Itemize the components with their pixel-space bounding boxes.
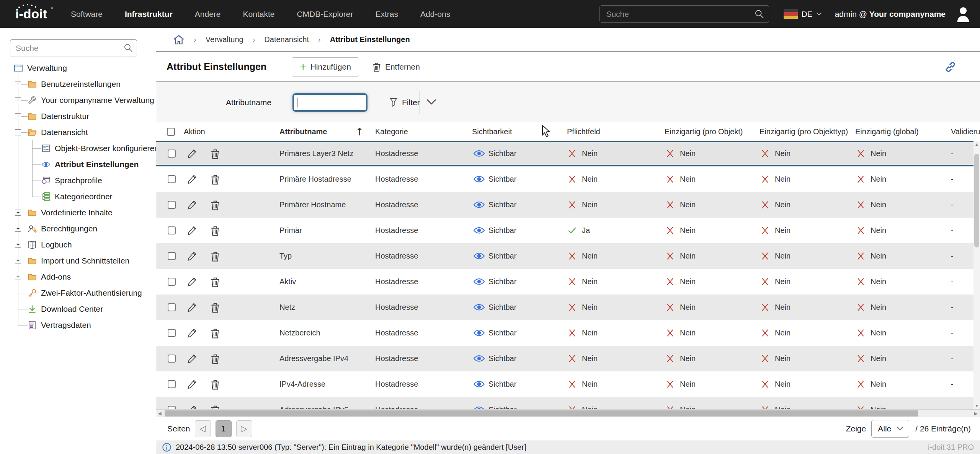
sidebar-item-benutzereinstellungen[interactable]: +Benutzereinstellungen	[0, 76, 156, 92]
tree-expander-icon[interactable]: +	[15, 210, 21, 216]
vertical-scrollbar-thumb[interactable]	[974, 154, 979, 247]
column-header-einzigartig-objekttyp[interactable]: Einzigartig (pro Objekttyp)	[760, 122, 848, 141]
edit-icon[interactable]	[187, 328, 197, 338]
sort-ascending-icon[interactable]: ↑	[355, 122, 364, 141]
add-button[interactable]: + Hinzufügen	[292, 57, 359, 76]
column-header-attributname[interactable]: Attributname	[279, 122, 327, 141]
scroll-down-arrow-icon[interactable]: ▼	[973, 402, 980, 409]
table-row[interactable]: NetzHostadresseSichtbarNeinNeinNeinNein-	[156, 295, 980, 320]
edit-icon[interactable]	[187, 148, 197, 159]
sidebar-item-logbuch[interactable]: +Logbuch	[0, 237, 156, 253]
horizontal-scrollbar[interactable]: ◀ ▶	[156, 409, 980, 417]
column-header-pflichtfeld[interactable]: Pflichtfeld	[567, 122, 600, 141]
delete-icon[interactable]	[210, 353, 220, 364]
table-row[interactable]: PrimärHostadresseSichtbarJaNeinNeinNein-	[156, 218, 980, 243]
column-header-validierung[interactable]: Validierung	[951, 122, 980, 141]
home-icon[interactable]	[173, 34, 185, 45]
table-row[interactable]: Primärer HostnameHostadresseSichtbarNein…	[156, 192, 980, 218]
vertical-scrollbar[interactable]: ▲ ▼	[973, 141, 980, 409]
search-icon[interactable]	[754, 9, 764, 19]
delete-icon[interactable]	[210, 328, 220, 338]
row-checkbox[interactable]	[168, 201, 176, 209]
edit-icon[interactable]	[187, 379, 197, 390]
next-page-button[interactable]: ▷	[236, 420, 252, 437]
row-checkbox[interactable]	[168, 380, 176, 388]
edit-icon[interactable]	[187, 405, 197, 410]
row-checkbox[interactable]	[168, 406, 176, 409]
sidebar-item-import-und-schnittstellen[interactable]: +Import und Schnittstellen	[0, 253, 156, 269]
filter-expand-chevron-icon[interactable]	[426, 97, 436, 107]
column-header-einzigartig-global[interactable]: Einzigartig (global)	[855, 122, 919, 141]
tree-expander-icon[interactable]: −	[15, 129, 21, 135]
user-menu[interactable]: admin @ Your companyname	[835, 10, 946, 19]
table-row[interactable]: Adressvergabe IPv6HostadresseSichtbarNei…	[156, 397, 980, 409]
nav-item-andere[interactable]: Andere	[195, 10, 221, 19]
attribute-name-input[interactable]	[292, 93, 368, 112]
nav-item-kontakte[interactable]: Kontakte	[243, 10, 275, 19]
row-checkbox[interactable]	[168, 252, 176, 260]
tree-expander-icon[interactable]: +	[15, 113, 21, 119]
delete-icon[interactable]	[210, 405, 220, 410]
breadcrumb-item-verwaltung[interactable]: Verwaltung	[206, 35, 243, 44]
sidebar-item-zwei-faktor-authentisierung[interactable]: Zwei-Faktor-Authentisierung	[0, 285, 156, 301]
tree-expander-icon[interactable]: +	[15, 97, 21, 103]
avatar-icon[interactable]	[956, 6, 971, 22]
sidebar-item-add-ons[interactable]: +Add-ons	[0, 269, 156, 285]
edit-icon[interactable]	[187, 277, 197, 287]
sidebar-item-your-companyname-verwaltung[interactable]: +Your companyname Verwaltung	[0, 92, 156, 108]
column-header-sichtbarkeit[interactable]: Sichtbarkeit	[472, 122, 512, 141]
table-row[interactable]: Primäres Layer3 NetzHostadresseSichtbarN…	[156, 141, 980, 166]
edit-icon[interactable]	[187, 174, 197, 185]
horizontal-scrollbar-thumb[interactable]	[165, 410, 918, 417]
delete-icon[interactable]	[210, 148, 220, 159]
row-checkbox[interactable]	[168, 278, 176, 286]
select-all-checkbox[interactable]	[167, 128, 175, 136]
scroll-left-arrow-icon[interactable]: ◀	[156, 410, 163, 417]
delete-icon[interactable]	[210, 379, 220, 390]
row-checkbox[interactable]	[168, 226, 176, 234]
language-switcher[interactable]: DE	[784, 9, 822, 19]
tree-expander-icon[interactable]: +	[15, 274, 21, 280]
sidebar-item-download-center[interactable]: Download Center	[0, 301, 156, 317]
tree-expander-icon[interactable]: +	[15, 81, 21, 87]
sidebar-item-kategorieordner[interactable]: Kategorieordner	[0, 189, 156, 205]
tree-expander-icon[interactable]: +	[15, 258, 21, 264]
edit-icon[interactable]	[187, 225, 197, 236]
delete-icon[interactable]	[210, 200, 220, 210]
delete-icon[interactable]	[210, 225, 220, 236]
table-row[interactable]: NetzbereichHostadresseSichtbarNeinNeinNe…	[156, 320, 980, 346]
remove-button[interactable]: Entfernen	[372, 62, 420, 72]
filter-button[interactable]: Filter	[389, 82, 420, 122]
sidebar-item-datenstruktur[interactable]: +Datenstruktur	[0, 108, 156, 124]
nav-item-infrastruktur[interactable]: Infrastruktur	[125, 10, 173, 19]
search-icon[interactable]	[123, 43, 133, 53]
sidebar-item-vertragsdaten[interactable]: Vertragsdaten	[0, 317, 156, 333]
sidebar-search-input[interactable]	[10, 39, 137, 57]
scroll-up-arrow-icon[interactable]: ▲	[973, 141, 980, 148]
link-icon[interactable]	[945, 61, 956, 73]
nav-item-extras[interactable]: Extras	[375, 10, 398, 19]
row-checkbox[interactable]	[168, 329, 176, 337]
global-search-input[interactable]	[599, 5, 769, 23]
table-row[interactable]: Primäre HostadresseHostadresseSichtbarNe…	[156, 166, 980, 192]
nav-item-cmdb-explorer[interactable]: CMDB-Explorer	[297, 10, 353, 19]
edit-icon[interactable]	[187, 200, 197, 210]
row-checkbox[interactable]	[168, 355, 176, 363]
table-row[interactable]: AktivHostadresseSichtbarNeinNeinNeinNein…	[156, 269, 980, 295]
sidebar-item-objekt-browser-konfigurieren[interactable]: Objekt-Browser konfigurieren	[0, 140, 156, 156]
table-row[interactable]: IPv4-AdresseHostadresseSichtbarNeinNeinN…	[156, 371, 980, 397]
current-page-button[interactable]: 1	[216, 420, 232, 437]
delete-icon[interactable]	[210, 277, 220, 287]
delete-icon[interactable]	[210, 251, 220, 262]
scroll-right-arrow-icon[interactable]: ▶	[972, 410, 979, 417]
nav-item-software[interactable]: Software	[71, 10, 103, 19]
breadcrumb-item-datenansicht[interactable]: Datenansicht	[264, 35, 309, 44]
table-row[interactable]: Adressvergabe IPv4HostadresseSichtbarNei…	[156, 346, 980, 371]
row-checkbox[interactable]	[168, 150, 176, 158]
tree-expander-icon[interactable]: +	[15, 242, 21, 248]
tree-expander-icon[interactable]: +	[15, 226, 21, 232]
delete-icon[interactable]	[210, 174, 220, 185]
row-checkbox[interactable]	[168, 175, 176, 183]
previous-page-button[interactable]: ◁	[195, 420, 211, 437]
sidebar-item-vordefinierte-inhalte[interactable]: +Vordefinierte Inhalte	[0, 205, 156, 221]
